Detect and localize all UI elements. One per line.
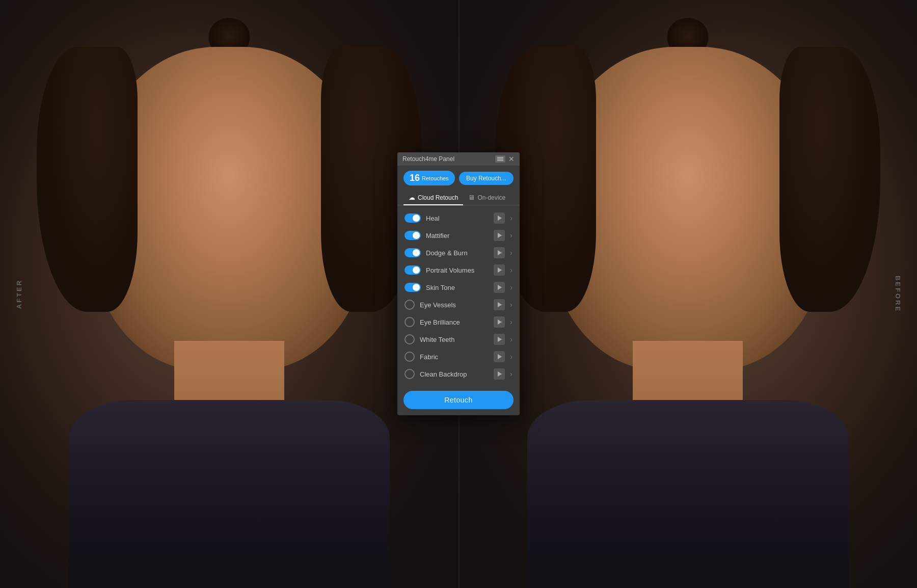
panel-header: 16 Retouches Buy Retouch...: [397, 166, 520, 185]
play-icon-skin-tone: [498, 285, 502, 290]
toggle-knob-skin-tone: [413, 284, 420, 291]
tool-row-dodge-burn[interactable]: Dodge & Burn ›: [397, 244, 520, 261]
tool-name-portrait-volumes: Portrait Volumes: [426, 266, 489, 274]
hair-left-after: [37, 47, 138, 311]
panel-close-button[interactable]: ✕: [508, 155, 515, 163]
after-label: AFTER: [15, 279, 23, 309]
toggle-dodge-burn[interactable]: [404, 248, 421, 257]
play-clean-backdrop-button[interactable]: [494, 368, 505, 380]
toggle-white-teeth[interactable]: [404, 334, 415, 344]
buy-retouch-button[interactable]: Buy Retouch...: [459, 172, 514, 185]
monitor-icon: 🖥: [468, 194, 475, 201]
retouch4me-panel: Retouch4me Panel ✕ 16 Retouches Buy Reto…: [397, 152, 520, 415]
after-portrait: [0, 0, 459, 588]
panel-controls: ✕: [495, 155, 515, 163]
retouches-label: Retouches: [422, 175, 449, 181]
photo-after-side: AFTER: [0, 0, 459, 588]
chevron-eye-vessels[interactable]: ›: [510, 301, 513, 309]
photo-before-side: BEFORE: [459, 0, 917, 588]
before-portrait: [459, 0, 917, 588]
toggle-skin-tone[interactable]: [404, 283, 421, 292]
chevron-mattifier[interactable]: ›: [510, 231, 513, 239]
tool-name-white-teeth: White Teeth: [420, 336, 489, 343]
toggle-mattifier[interactable]: [404, 231, 421, 240]
chevron-portrait-volumes[interactable]: ›: [510, 266, 513, 274]
body-after: [69, 400, 390, 588]
play-icon-white-teeth: [498, 337, 502, 342]
chevron-white-teeth[interactable]: ›: [510, 335, 513, 343]
hamburger-icon: [497, 158, 503, 159]
chevron-dodge-burn[interactable]: ›: [510, 249, 513, 257]
toggle-fabric[interactable]: [404, 352, 415, 362]
toggle-knob-heal: [413, 215, 420, 222]
tool-name-dodge-burn: Dodge & Burn: [426, 249, 489, 257]
tab-on-device[interactable]: 🖥 On-device: [463, 191, 510, 205]
play-icon-eye-vessels: [498, 302, 502, 307]
tool-row-clean-backdrop[interactable]: Clean Backdrop ›: [397, 365, 520, 383]
tool-row-fabric[interactable]: Fabric ›: [397, 348, 520, 365]
tool-name-eye-brilliance: Eye Brilliance: [420, 318, 489, 326]
tool-name-heal: Heal: [426, 215, 489, 222]
play-icon-mattifier: [498, 233, 502, 238]
toggle-knob-portrait-volumes: [413, 266, 420, 274]
toggle-eye-brilliance[interactable]: [404, 317, 415, 327]
tool-row-skin-tone[interactable]: Skin Tone ›: [397, 279, 520, 296]
chevron-eye-brilliance[interactable]: ›: [510, 318, 513, 326]
tool-name-eye-vessels: Eye Vessels: [420, 301, 489, 309]
chevron-heal[interactable]: ›: [510, 214, 513, 222]
hair-right-before: [779, 47, 880, 311]
play-eye-vessels-button[interactable]: [494, 299, 505, 310]
play-icon-heal: [498, 216, 502, 221]
toggle-eye-vessels[interactable]: [404, 300, 415, 310]
toggle-clean-backdrop[interactable]: [404, 369, 415, 379]
play-portrait-volumes-button[interactable]: [494, 264, 505, 276]
tools-list: Heal › Mattifier › Dodge & Burn: [397, 205, 520, 387]
tool-name-skin-tone: Skin Tone: [426, 284, 489, 291]
play-icon-portrait-volumes: [498, 268, 502, 273]
body-before: [527, 400, 848, 588]
panel-titlebar: Retouch4me Panel ✕: [397, 152, 520, 166]
tab-cloud-retouch[interactable]: ☁ Cloud Retouch: [403, 191, 463, 205]
play-icon-dodge-burn: [498, 250, 502, 255]
cloud-icon: ☁: [409, 194, 415, 201]
retouch-button[interactable]: Retouch: [403, 391, 514, 409]
play-icon-clean-backdrop: [498, 371, 502, 377]
tool-name-clean-backdrop: Clean Backdrop: [420, 370, 489, 378]
tool-row-heal[interactable]: Heal ›: [397, 209, 520, 227]
toggle-heal[interactable]: [404, 213, 421, 223]
play-skin-tone-button[interactable]: [494, 282, 505, 293]
toggle-knob-mattifier: [413, 232, 420, 239]
play-eye-brilliance-button[interactable]: [494, 316, 505, 328]
tool-row-mattifier[interactable]: Mattifier ›: [397, 227, 520, 244]
tabs-bar: ☁ Cloud Retouch 🖥 On-device: [397, 191, 520, 205]
tab-device-label: On-device: [477, 194, 505, 201]
tab-cloud-label: Cloud Retouch: [418, 194, 458, 201]
play-mattifier-button[interactable]: [494, 230, 505, 241]
chevron-fabric[interactable]: ›: [510, 353, 513, 361]
play-white-teeth-button[interactable]: [494, 334, 505, 345]
play-dodge-burn-button[interactable]: [494, 247, 505, 258]
play-icon-fabric: [498, 354, 502, 359]
panel-footer: Retouch: [397, 387, 520, 415]
retouches-count: 16: [410, 173, 420, 183]
play-fabric-button[interactable]: [494, 351, 505, 362]
play-icon-eye-brilliance: [498, 319, 502, 325]
panel-menu-button[interactable]: [495, 155, 505, 163]
retouches-badge: 16 Retouches: [403, 171, 455, 185]
tool-name-fabric: Fabric: [420, 353, 489, 361]
toggle-portrait-volumes[interactable]: [404, 265, 421, 275]
chevron-clean-backdrop[interactable]: ›: [510, 370, 513, 378]
tool-row-eye-brilliance[interactable]: Eye Brilliance ›: [397, 313, 520, 331]
toggle-knob-dodge-burn: [413, 249, 420, 256]
tool-row-portrait-volumes[interactable]: Portrait Volumes ›: [397, 261, 520, 279]
tool-row-eye-vessels[interactable]: Eye Vessels ›: [397, 296, 520, 313]
panel-title: Retouch4me Panel: [402, 155, 454, 163]
tool-name-mattifier: Mattifier: [426, 232, 489, 239]
chevron-skin-tone[interactable]: ›: [510, 283, 513, 291]
before-label: BEFORE: [894, 276, 902, 312]
play-heal-button[interactable]: [494, 212, 505, 224]
tool-row-white-teeth[interactable]: White Teeth ›: [397, 331, 520, 348]
